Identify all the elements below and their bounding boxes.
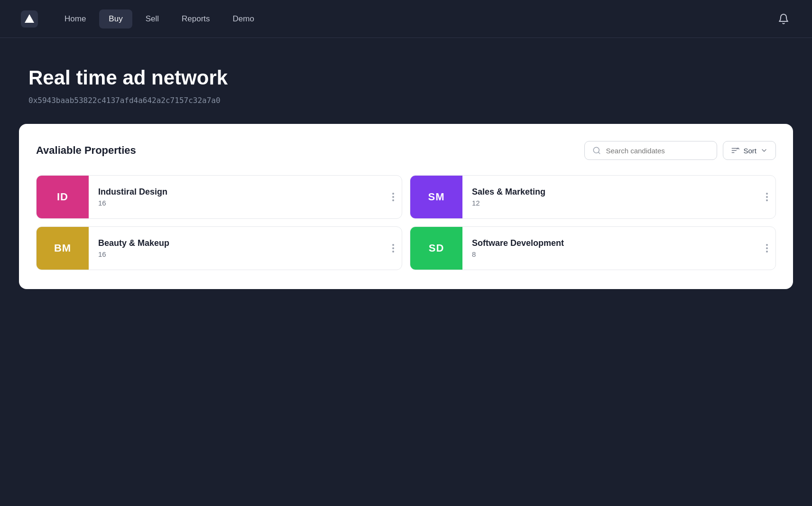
property-badge-sm: SM	[410, 176, 462, 218]
property-initials-id: ID	[57, 191, 68, 203]
property-card-bm[interactable]: BM Beauty & Makeup 16	[36, 226, 402, 270]
properties-grid: ID Industiral Design 16 SM Sales & Marke…	[36, 175, 776, 270]
card-header: Avaliable Properties Sort	[36, 141, 776, 160]
three-dots-icon-sd	[766, 244, 768, 253]
property-name-id: Industiral Design	[98, 187, 375, 197]
notification-bell[interactable]	[774, 9, 793, 28]
navbar: Home Buy Sell Reports Demo	[0, 0, 812, 38]
sort-label: Sort	[743, 147, 757, 155]
property-menu-bm[interactable]	[385, 244, 402, 253]
property-badge-id: ID	[37, 176, 89, 218]
contract-address: 0x5943baab53822c4137afd4a642a2c7157c32a7…	[28, 96, 784, 105]
property-name-bm: Beauty & Makeup	[98, 238, 375, 248]
search-box[interactable]	[584, 141, 717, 160]
property-card-sd[interactable]: SD Software Development 8	[410, 226, 776, 270]
search-input[interactable]	[606, 147, 709, 155]
property-name-sd: Software Development	[472, 238, 749, 248]
nav-links: Home Buy Sell Reports Demo	[55, 9, 774, 28]
property-initials-sm: SM	[428, 191, 445, 203]
three-dots-icon-bm	[392, 244, 394, 253]
app-logo[interactable]	[19, 9, 40, 29]
hero-section: Real time ad network 0x5943baab53822c413…	[0, 38, 812, 124]
three-dots-icon-sm	[766, 193, 768, 201]
nav-demo[interactable]: Demo	[223, 9, 264, 28]
property-badge-bm: BM	[37, 227, 89, 270]
property-count-id: 16	[98, 199, 375, 207]
chevron-down-icon	[760, 147, 768, 154]
three-dots-icon-id	[392, 193, 394, 201]
section-title: Avaliable Properties	[36, 144, 136, 157]
property-card-id[interactable]: ID Industiral Design 16	[36, 175, 402, 219]
card-controls: Sort	[584, 141, 776, 160]
property-count-sm: 12	[472, 199, 749, 207]
property-card-sm[interactable]: SM Sales & Marketing 12	[410, 175, 776, 219]
property-info-sd: Software Development 8	[462, 238, 758, 258]
nav-home[interactable]: Home	[55, 9, 95, 28]
sort-icon	[731, 146, 739, 155]
property-count-bm: 16	[98, 250, 375, 258]
property-initials-sd: SD	[429, 242, 444, 254]
nav-reports[interactable]: Reports	[172, 9, 220, 28]
nav-buy[interactable]: Buy	[99, 9, 132, 28]
property-initials-bm: BM	[54, 242, 71, 254]
property-menu-sm[interactable]	[758, 193, 775, 201]
page-title: Real time ad network	[28, 66, 784, 89]
search-icon	[592, 146, 601, 155]
property-count-sd: 8	[472, 250, 749, 258]
property-menu-sd[interactable]	[758, 244, 775, 253]
sort-button[interactable]: Sort	[723, 141, 776, 160]
main-card: Avaliable Properties Sort	[19, 124, 793, 289]
property-info-id: Industiral Design 16	[89, 187, 385, 207]
property-menu-id[interactable]	[385, 193, 402, 201]
property-name-sm: Sales & Marketing	[472, 187, 749, 197]
nav-sell[interactable]: Sell	[136, 9, 168, 28]
property-info-bm: Beauty & Makeup 16	[89, 238, 385, 258]
property-badge-sd: SD	[410, 227, 462, 270]
property-info-sm: Sales & Marketing 12	[462, 187, 758, 207]
